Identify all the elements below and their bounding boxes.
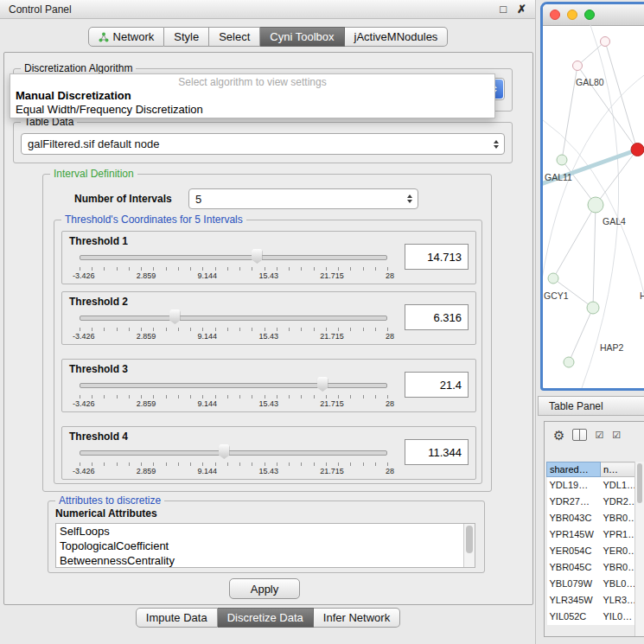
tab-style[interactable]: Style — [164, 27, 209, 47]
float-window-icon[interactable]: □ — [500, 3, 507, 15]
table-panel-title: Table Panel — [549, 400, 603, 412]
table-row[interactable]: YDL19…YDL1… — [547, 477, 641, 494]
tab-network[interactable]: Network — [88, 27, 165, 47]
group-label: Discretization Algorithm — [21, 62, 136, 74]
table-cell[interactable]: YIL052C — [547, 609, 601, 625]
slider-thumb[interactable] — [169, 309, 181, 324]
scrollbar-thumb[interactable] — [466, 526, 473, 553]
threshold-4-value-field[interactable]: 11.344 — [405, 439, 469, 465]
slider-ticks — [80, 267, 388, 271]
slider-thumb[interactable] — [252, 249, 263, 264]
group-label: Interval Definition — [50, 168, 137, 180]
select-columns-icon[interactable]: ☑ — [612, 430, 622, 440]
threshold-2-slider[interactable] — [80, 309, 387, 325]
select-all-rows-icon[interactable]: ☑ — [595, 430, 604, 440]
network-node[interactable] — [573, 61, 583, 71]
node-label: GCY1 — [544, 290, 569, 301]
threshold-3-slider[interactable] — [80, 377, 387, 392]
table-cell[interactable]: YPR145W — [547, 526, 601, 543]
apply-button[interactable]: Apply — [229, 578, 300, 599]
slider-ticks — [80, 395, 388, 399]
tab-jactivemnodules[interactable]: jActiveMNodules — [345, 27, 449, 47]
tab-label: Impute Data — [146, 611, 207, 624]
table-row[interactable]: YPR145WYPR1… — [547, 526, 641, 543]
table-scrollbar[interactable] — [634, 462, 644, 636]
close-traffic-light-icon[interactable] — [550, 10, 560, 20]
table-cell[interactable]: YDR27… — [547, 494, 601, 510]
tab-infer-network[interactable]: Infer Network — [314, 608, 400, 628]
slider-track[interactable] — [80, 383, 387, 388]
dropdown-option-equal-width[interactable]: Equal Width/Frequency Discretization — [10, 103, 494, 117]
tab-discretize-data[interactable]: Discretize Data — [218, 608, 314, 628]
table-panel-window: ⚙ ☑ ☑ shared… n… YDL19…YDL1…YDR27…YDR2…Y… — [544, 421, 644, 637]
threshold-1-slider[interactable] — [80, 249, 387, 265]
tab-label: Discretize Data — [227, 611, 303, 624]
list-item[interactable]: SelfLoops — [56, 524, 475, 539]
num-intervals-combo[interactable]: 5 — [188, 188, 418, 209]
table-row[interactable]: YBL079WYBL0… — [547, 576, 641, 592]
slider-thumb[interactable] — [317, 377, 328, 392]
tab-label: Select — [219, 30, 250, 43]
list-scrollbar[interactable] — [463, 524, 475, 567]
table-cell[interactable]: YBR043C — [547, 510, 601, 526]
table-row[interactable]: YDR27…YDR2… — [547, 494, 641, 510]
tab-select[interactable]: Select — [209, 27, 260, 47]
threshold-2-value-field[interactable]: 6.316 — [405, 304, 469, 330]
table-cell[interactable]: YBR045C — [547, 559, 601, 576]
table-cell[interactable]: YDL19… — [547, 477, 601, 494]
network-node[interactable] — [587, 302, 599, 314]
network-node[interactable] — [557, 155, 567, 165]
threshold-1-value-field[interactable]: 14.713 — [405, 244, 469, 270]
table-cell[interactable]: YBL079W — [547, 576, 601, 592]
combo-stepper-icon[interactable] — [407, 194, 412, 203]
threshold-3-value-field[interactable]: 21.4 — [405, 372, 469, 398]
list-item[interactable]: TopologicalCoefficient — [56, 539, 475, 553]
table-panel-toolbar: ⚙ ☑ ☑ — [545, 422, 644, 448]
network-node[interactable] — [548, 273, 558, 284]
node-table: shared… n… YDL19…YDL1…YDR27…YDR2…YBR043C… — [546, 462, 641, 625]
tab-impute-data[interactable]: Impute Data — [136, 608, 218, 628]
table-cell[interactable]: YER054C — [547, 543, 601, 559]
threshold-4-slider[interactable] — [80, 444, 387, 460]
close-icon[interactable]: ✗ — [517, 3, 526, 15]
slider-scale: -3.4262.8599.14415.4321.71528 — [73, 271, 394, 280]
table-row[interactable]: YIL052CYIL0… — [547, 609, 641, 625]
gear-icon[interactable]: ⚙ — [553, 429, 564, 442]
algorithm-dropdown-popup: Select algorithm to view settings Manual… — [10, 73, 495, 118]
dropdown-option-manual-discretization[interactable]: Manual Discretization — [10, 89, 494, 103]
dropdown-placeholder: Select algorithm to view settings — [10, 76, 494, 89]
network-node-selected[interactable] — [631, 143, 644, 156]
node-label: H — [640, 290, 644, 301]
network-node-gal4[interactable] — [588, 197, 603, 213]
table-row[interactable]: YBR043CYBR0… — [547, 510, 641, 526]
columns-icon[interactable] — [572, 429, 587, 441]
network-node[interactable] — [564, 357, 574, 367]
table-data-combo[interactable]: galFiltered.sif default node — [21, 133, 505, 155]
zoom-traffic-light-icon[interactable] — [584, 10, 595, 20]
slider-scale: -3.4262.8599.14415.4321.71528 — [73, 467, 394, 475]
table-row[interactable]: YER054CYER0… — [547, 543, 641, 559]
network-node[interactable] — [601, 37, 610, 47]
table-data-selected: galFiltered.sif default node — [28, 137, 159, 150]
slider-track[interactable] — [80, 316, 387, 321]
table-row[interactable]: YLR345WYLR3… — [547, 592, 641, 609]
network-window-titlebar[interactable] — [543, 4, 644, 26]
tab-label: Style — [174, 30, 199, 43]
scrollbar-thumb[interactable] — [637, 463, 642, 503]
table-cell[interactable]: YLR345W — [547, 592, 601, 609]
combo-stepper-icon[interactable] — [494, 140, 499, 149]
slider-thumb[interactable] — [219, 444, 230, 459]
threshold-2-box: Threshold 2 -3.4262.8599.14415.4321.7152… — [61, 291, 476, 345]
node-label: HAP2 — [600, 342, 624, 353]
table-row[interactable]: YBR045CYBR0… — [547, 559, 641, 576]
threshold-label: Threshold 2 — [69, 296, 128, 308]
minimize-traffic-light-icon[interactable] — [567, 10, 577, 20]
column-header-shared-name[interactable]: shared… — [547, 462, 601, 477]
list-item[interactable]: BetweennessCentrality — [56, 553, 475, 568]
numerical-attributes-list[interactable]: SelfLoopsTopologicalCoefficientBetweenne… — [55, 523, 475, 568]
tab-label: Infer Network — [323, 611, 390, 624]
slider-track[interactable] — [80, 255, 387, 260]
network-canvas[interactable]: GAL80 GAL11 GAL4 GCY1 HAP2 H — [543, 25, 644, 388]
slider-track[interactable] — [80, 450, 387, 456]
tab-cyni-toolbox[interactable]: Cyni Toolbox — [260, 27, 344, 47]
